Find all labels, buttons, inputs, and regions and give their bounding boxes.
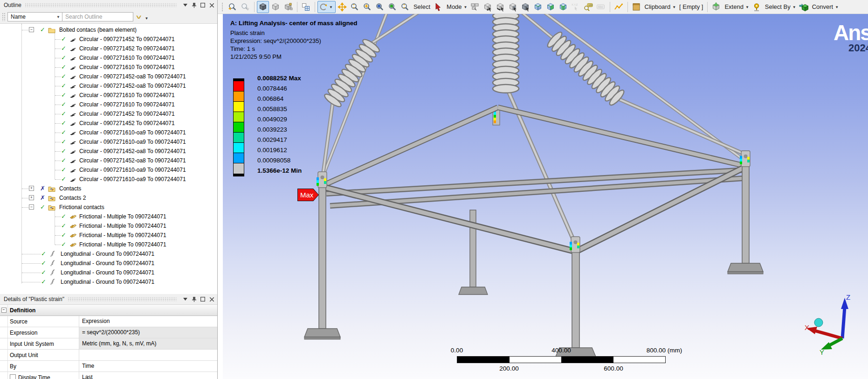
maximize-icon[interactable]: [199, 295, 207, 303]
toolbar-label-clipboard[interactable]: Clipboard: [645, 3, 671, 10]
tree-item[interactable]: ✓Longitudinal - Ground To 0907244071: [0, 249, 217, 259]
tree-item[interactable]: +✗Contacts: [0, 184, 217, 193]
tree-item[interactable]: ✓Frictional - Multiple To 0907244071: [0, 221, 217, 231]
details-section-row[interactable]: −Definition: [0, 305, 217, 316]
viewports-icon[interactable]: [300, 1, 312, 13]
tree-item[interactable]: ✓Circular - 0907271610-oa9 To 0907244071: [0, 137, 217, 147]
pin-icon[interactable]: [190, 295, 198, 303]
toolbar-label-mode[interactable]: Mode: [447, 3, 462, 10]
tree-expander-minus[interactable]: −: [29, 204, 34, 210]
tree-item-label: Frictional - Multiple To 0907244071: [79, 241, 166, 248]
select-element-face-icon[interactable]: [544, 1, 557, 13]
tree-item[interactable]: ✓Circular - 0907271452-oa8 To 0907244071: [0, 72, 217, 81]
graphics-viewport[interactable]: Z X Y A: Lifting Analysis- center of mas…: [223, 14, 868, 379]
toolbar-drag-handle[interactable]: [221, 2, 224, 12]
select-labels-icon[interactable]: [469, 1, 481, 13]
zoom-icon[interactable]: [349, 1, 361, 13]
toolbar-label-extend[interactable]: Extend: [724, 3, 743, 10]
filter-options-caret-icon[interactable]: ▼: [145, 16, 149, 21]
tree-item[interactable]: ✓Frictional - Multiple To 0907244071: [0, 231, 217, 240]
tree-item[interactable]: ✓Circular - 0907271610-oa9 To 0907244071: [0, 175, 217, 184]
model-canvas[interactable]: Z X Y: [223, 14, 868, 379]
triad[interactable]: Z X Y: [805, 293, 850, 356]
annotation-abc-icon[interactable]: Abc: [595, 1, 607, 13]
maximize-icon[interactable]: [199, 1, 207, 9]
tree-item[interactable]: ✓Circular - 0907271452 To 0907244071: [0, 109, 217, 119]
tree-item[interactable]: ✓Longitudinal - Ground To 0907244071: [0, 259, 217, 268]
folder-contact-icon: [48, 204, 55, 211]
tree-item[interactable]: ✓Longitudinal - Ground To 0907244071: [0, 277, 217, 287]
panel-splitter[interactable]: [218, 14, 223, 379]
tree-item[interactable]: ✓Circular - 0907271610 To 0907244071: [0, 63, 217, 72]
select-vertex-icon[interactable]: [482, 1, 494, 13]
select-edge-icon[interactable]: [494, 1, 506, 13]
zoom-extents-icon[interactable]: [399, 1, 411, 13]
pin-icon[interactable]: [190, 1, 198, 9]
tree-item[interactable]: ✓Circular - 0907271610-oa9 To 0907244071: [0, 128, 217, 137]
tree-item[interactable]: ✓Circular - 0907271452-oa8 To 0907244071: [0, 147, 217, 156]
tree-item[interactable]: ✓Circular - 0907271452-oa8 To 0907244071: [0, 81, 217, 91]
tree-item[interactable]: ✓Circular - 0907271452 To 0907244071: [0, 44, 217, 53]
panel-menu-chevron-icon[interactable]: [181, 1, 189, 9]
select-body-icon[interactable]: [519, 1, 531, 13]
convert-cube-icon[interactable]: [798, 1, 810, 13]
toolbar-label-select[interactable]: Select: [413, 3, 430, 10]
details-row-value[interactable]: [79, 350, 217, 360]
wireframe-cube-icon[interactable]: [269, 1, 282, 13]
zoom-back-icon[interactable]: [227, 1, 239, 13]
rotate-icon[interactable]: ▼: [317, 1, 336, 13]
tree-item[interactable]: ✓Circular - 0907271452-oa8 To 0907244071: [0, 156, 217, 165]
chart-icon[interactable]: [613, 1, 625, 13]
checkbox-unchecked[interactable]: [10, 374, 16, 379]
select-by-pin-icon[interactable]: [751, 1, 763, 13]
clipboard-icon[interactable]: [630, 1, 642, 13]
zoom-fit-green-icon[interactable]: [386, 1, 399, 13]
tree-item[interactable]: ✓Circular - 0907271452 To 0907244071: [0, 35, 217, 44]
tree-item[interactable]: ✓Frictional - Multiple To 0907244071: [0, 212, 217, 221]
outline-panel-header[interactable]: Outline: [0, 0, 217, 10]
tree-item[interactable]: +✗Contacts 2: [0, 193, 217, 203]
tree-item[interactable]: ✓Circular - 0907271610 To 0907244071: [0, 53, 217, 63]
tree-item[interactable]: ✓Frictional - Multiple To 0907244071: [0, 240, 217, 249]
toolbar-label-convert[interactable]: Convert: [812, 3, 834, 10]
tree-item[interactable]: ✓Circular - 0907271610-oa9 To 0907244071: [0, 165, 217, 175]
pan-icon[interactable]: [336, 1, 348, 13]
expand-search-chevron-icon[interactable]: ˅: [136, 14, 141, 21]
tree-expander-plus[interactable]: +: [29, 195, 34, 200]
toolbar-label-select-by[interactable]: Select By: [765, 3, 791, 10]
tree-expander-plus[interactable]: +: [29, 186, 34, 191]
zoom-fit-blue-icon[interactable]: [374, 1, 386, 13]
section-collapse-box[interactable]: −: [0, 305, 8, 316]
details-panel-header[interactable]: Details of "Plastic strain": [0, 294, 217, 304]
select-cursor-icon[interactable]: [432, 1, 444, 13]
search-outline-input[interactable]: Search Outline: [62, 12, 133, 21]
tree-expander-minus[interactable]: −: [29, 27, 34, 32]
tree-item[interactable]: −✓Bolted contacs (beam element): [0, 25, 217, 35]
extend-cube-icon[interactable]: [710, 1, 722, 13]
chevron-down-icon: ▼: [672, 5, 676, 9]
filter-name-dropdown[interactable]: Name ▼: [7, 12, 62, 21]
tree-item[interactable]: ✓Circular - 0907271610 To 0907244071: [0, 100, 217, 109]
select-element-icon[interactable]: [557, 1, 569, 13]
shaded-cube-icon[interactable]: [257, 1, 269, 13]
toolbar-label-empty[interactable]: [ Empty ]: [679, 3, 703, 10]
coordinate-pick-icon[interactable]: X,Y,Z: [570, 1, 582, 13]
tree-item[interactable]: ✓Circular - 0907271610 To 0907244071: [0, 91, 217, 100]
explode-view-icon[interactable]: [282, 1, 294, 13]
tree-item[interactable]: −✓Frictional contacts: [0, 203, 217, 212]
tree-item[interactable]: ✓Longitudinal - Ground To 0907244071: [0, 268, 217, 277]
select-node-icon[interactable]: [532, 1, 544, 13]
tree-item[interactable]: ✓Circular - 0907271452 To 0907244071: [0, 119, 217, 128]
close-icon[interactable]: [208, 295, 215, 303]
box-zoom-icon[interactable]: [361, 1, 373, 13]
close-icon[interactable]: [208, 1, 215, 9]
drag-handle[interactable]: [2, 13, 6, 21]
details-row-value[interactable]: Expression: [79, 316, 217, 327]
select-face-icon[interactable]: [507, 1, 519, 13]
details-row-value[interactable]: Time: [79, 361, 217, 372]
details-row-value[interactable]: Last: [79, 372, 217, 379]
zoom-forward-icon[interactable]: [239, 1, 251, 13]
max-tag-icon[interactable]: 100: [582, 1, 594, 13]
tree-connector: [55, 133, 61, 133]
panel-menu-chevron-icon[interactable]: [181, 295, 189, 303]
